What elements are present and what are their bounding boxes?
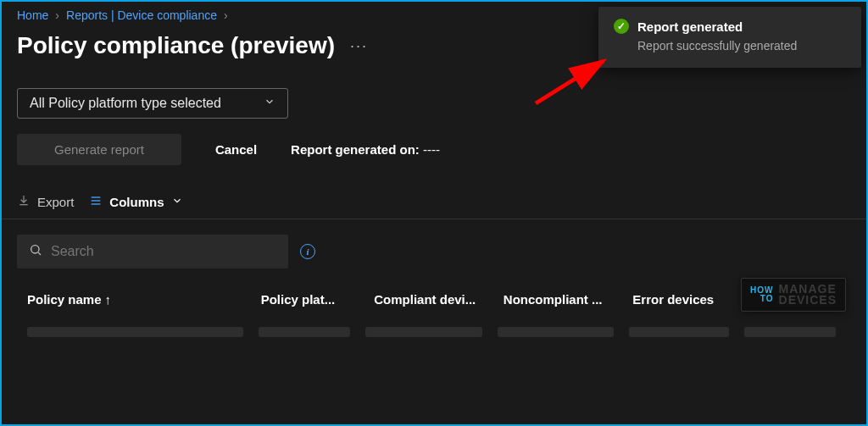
columns-icon [89, 194, 103, 210]
watermark-text: DEVICES [779, 295, 837, 306]
watermark-text: TO [750, 295, 773, 303]
table-header: Policy name ↑ Policy plat... Compliant d… [2, 268, 866, 307]
toast-title: Report generated [637, 19, 743, 34]
chevron-down-icon [264, 96, 275, 111]
export-label: Export [37, 195, 74, 209]
svg-point-4 [31, 246, 39, 253]
generated-on-label: Report generated on: [291, 142, 420, 157]
skeleton-cell [259, 327, 350, 337]
search-input-wrapper[interactable] [17, 235, 288, 268]
watermark: HOW TO MANAGE DEVICES [741, 278, 846, 312]
generate-report-button[interactable]: Generate report [17, 134, 181, 165]
sort-asc-icon: ↑ [105, 292, 112, 307]
skeleton-cell [498, 327, 614, 337]
success-check-icon: ✓ [614, 19, 629, 34]
column-header-error[interactable]: Error devices [632, 292, 746, 307]
skeleton-cell [629, 327, 729, 337]
toast-subtitle: Report successfully generated [637, 39, 846, 53]
more-menu-button[interactable]: ··· [350, 37, 368, 55]
svg-line-5 [38, 252, 41, 255]
page-title: Policy compliance (preview) [17, 32, 335, 59]
export-button[interactable]: Export [17, 194, 74, 210]
toast-notification: ✓ Report generated Report successfully g… [598, 7, 861, 68]
column-header-policy-platform[interactable]: Policy plat... [261, 292, 375, 307]
column-header-compliant[interactable]: Compliant devi... [374, 292, 504, 307]
breadcrumb-reports[interactable]: Reports | Device compliance [66, 8, 217, 22]
info-icon[interactable]: i [300, 244, 315, 259]
table-row [2, 307, 866, 337]
column-header-policy-name[interactable]: Policy name ↑ [27, 292, 261, 307]
chevron-down-icon [171, 195, 183, 209]
columns-button[interactable]: Columns [89, 194, 182, 210]
skeleton-cell [27, 327, 243, 337]
chevron-right-icon: › [224, 8, 228, 22]
search-input[interactable] [51, 244, 276, 259]
generated-on-value: ---- [423, 142, 440, 157]
cancel-button[interactable]: Cancel [215, 142, 257, 157]
skeleton-cell [365, 327, 481, 337]
columns-label: Columns [109, 195, 164, 209]
chevron-right-icon: › [55, 8, 59, 22]
skeleton-cell [744, 327, 836, 337]
search-icon [29, 243, 42, 260]
breadcrumb-home[interactable]: Home [17, 8, 48, 22]
download-icon [17, 194, 31, 210]
column-header-noncompliant[interactable]: Noncompliant ... [504, 292, 633, 307]
dropdown-label: All Policy platform type selected [30, 96, 221, 111]
report-generated-on: Report generated on: ---- [291, 142, 440, 157]
platform-filter-dropdown[interactable]: All Policy platform type selected [17, 88, 288, 119]
